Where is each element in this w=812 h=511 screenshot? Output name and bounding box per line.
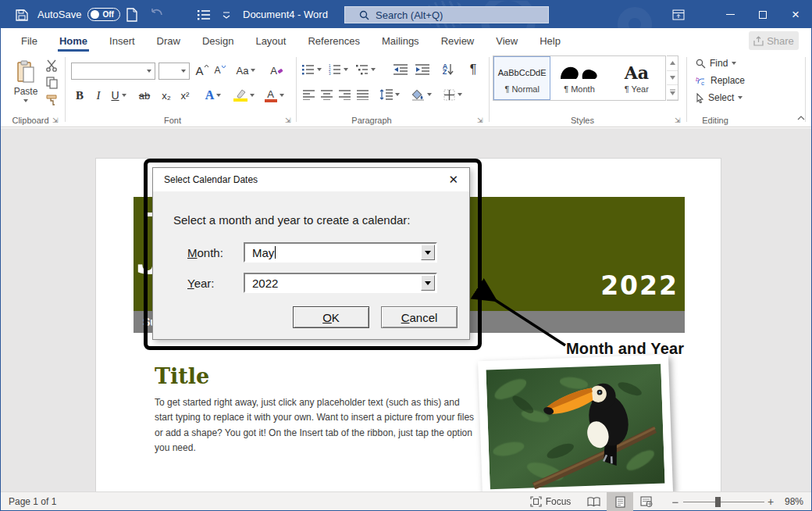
borders-button[interactable]: [440, 86, 466, 103]
toucan-photo[interactable]: [478, 355, 673, 493]
style-month[interactable]: ¶ Month: [550, 56, 607, 100]
change-case-button[interactable]: Aa: [233, 61, 258, 80]
share-button[interactable]: Share: [749, 31, 799, 50]
month-dropdown-button[interactable]: [421, 245, 435, 260]
styles-scroll-down-button[interactable]: [667, 71, 678, 86]
shading-button[interactable]: [408, 86, 435, 103]
collapse-ribbon-button[interactable]: [794, 112, 808, 124]
month-combobox[interactable]: May: [244, 242, 437, 263]
increase-indent-button[interactable]: [413, 61, 432, 78]
ribbon: Paste Clipboard ⇲ A A Aa A B I U ab x₂ x…: [1, 53, 811, 127]
font-size-combobox[interactable]: [158, 63, 190, 80]
select-button[interactable]: Select: [696, 92, 743, 103]
tab-file[interactable]: File: [10, 28, 48, 53]
strikethrough-button[interactable]: ab: [135, 86, 154, 105]
justify-button[interactable]: [354, 86, 370, 103]
focus-mode-button[interactable]: Focus: [519, 492, 582, 511]
tab-mailings[interactable]: Mailings: [371, 28, 430, 53]
superscript-button[interactable]: x²: [177, 86, 193, 105]
bullets-button[interactable]: [301, 61, 322, 78]
bullet-list-qat-icon[interactable]: [198, 1, 212, 28]
paragraph-dialog-launcher[interactable]: ⇲: [477, 116, 483, 124]
customize-qat-chevron-icon[interactable]: [223, 1, 230, 28]
year-value[interactable]: 2022: [245, 277, 421, 290]
tab-review[interactable]: Review: [430, 28, 486, 53]
zoom-slider-track[interactable]: [683, 502, 764, 502]
italic-button[interactable]: I: [91, 86, 105, 105]
ok-button[interactable]: OK: [293, 306, 369, 328]
shrink-font-button[interactable]: A: [212, 61, 228, 80]
year-combobox[interactable]: 2022: [244, 273, 437, 293]
tab-draw[interactable]: Draw: [146, 28, 191, 53]
web-layout-button[interactable]: [633, 492, 660, 511]
search-input[interactable]: Search (Alt+Q): [344, 6, 549, 23]
replace-button[interactable]: bc Replace: [696, 75, 745, 86]
paste-button[interactable]: Paste: [9, 57, 43, 105]
page-indicator[interactable]: Page 1 of 1: [9, 492, 56, 511]
underline-button[interactable]: U: [109, 86, 129, 105]
save-icon[interactable]: [15, 1, 29, 28]
format-painter-button[interactable]: [43, 92, 60, 108]
subscript-button[interactable]: x₂: [158, 86, 174, 105]
document-body-text[interactable]: To get started right away, just click an…: [155, 395, 475, 456]
autosave-toggle[interactable]: AutoSave Off: [37, 1, 120, 28]
cut-button[interactable]: [43, 58, 60, 73]
cancel-button[interactable]: Cancel: [381, 306, 458, 328]
month-value[interactable]: May: [245, 246, 421, 259]
tab-home[interactable]: Home: [48, 28, 98, 53]
style-year[interactable]: Aa ¶ Year: [608, 56, 665, 100]
year-dropdown-button[interactable]: [421, 275, 435, 291]
autosave-pill[interactable]: Off: [87, 8, 119, 21]
font-color-button[interactable]: A: [262, 86, 287, 105]
paste-label: Paste: [14, 86, 38, 97]
close-button[interactable]: ×: [780, 1, 811, 28]
ribbon-display-options-button[interactable]: [663, 1, 694, 28]
multilevel-list-button[interactable]: [354, 61, 377, 78]
bullets-dropdown-icon: [317, 68, 322, 71]
decrease-indent-button[interactable]: [391, 61, 410, 78]
align-right-button[interactable]: [337, 86, 352, 103]
line-spacing-button[interactable]: [377, 86, 402, 103]
copy-button[interactable]: [43, 75, 60, 91]
copy-icon: [46, 77, 58, 89]
zoom-level[interactable]: 98%: [780, 492, 808, 511]
find-button[interactable]: Find: [696, 58, 736, 69]
font-name-combobox[interactable]: [71, 63, 155, 80]
tab-help[interactable]: Help: [529, 28, 572, 53]
new-document-icon[interactable]: [126, 1, 138, 28]
align-left-button[interactable]: [301, 86, 316, 103]
font-group-label: Font: [118, 116, 227, 125]
clipboard-dialog-launcher[interactable]: ⇲: [52, 116, 59, 124]
zoom-out-button[interactable]: −: [669, 492, 682, 511]
tab-references[interactable]: References: [297, 28, 370, 53]
zoom-slider-thumb[interactable]: [715, 497, 721, 507]
text-effects-button[interactable]: A: [201, 86, 226, 105]
tab-design[interactable]: Design: [191, 28, 244, 53]
highlight-color-button[interactable]: [230, 86, 257, 105]
zoom-in-button[interactable]: +: [764, 492, 777, 511]
tab-insert[interactable]: Insert: [98, 28, 146, 53]
align-center-button[interactable]: [319, 86, 334, 103]
styles-more-button[interactable]: [667, 85, 678, 100]
bullets-icon: [302, 64, 315, 75]
read-mode-button[interactable]: [580, 492, 607, 511]
sort-button[interactable]: AZ: [438, 59, 458, 80]
clear-formatting-button[interactable]: A: [268, 61, 287, 80]
font-dialog-launcher[interactable]: ⇲: [285, 116, 291, 124]
tab-view[interactable]: View: [485, 28, 529, 53]
minimize-button[interactable]: [714, 1, 746, 28]
print-layout-button[interactable]: [607, 492, 633, 511]
undo-button[interactable]: [149, 1, 165, 28]
grow-font-button[interactable]: A: [194, 61, 210, 80]
dialog-close-button[interactable]: ✕: [445, 173, 461, 187]
bold-button[interactable]: B: [73, 86, 87, 105]
document-title-text[interactable]: Title: [155, 364, 209, 388]
numbering-button[interactable]: 123: [327, 61, 349, 78]
tab-layout[interactable]: Layout: [244, 28, 297, 53]
show-formatting-button[interactable]: ¶: [465, 59, 482, 80]
style-normal[interactable]: AaBbCcDdE ¶ Normal: [493, 56, 550, 100]
dialog-title-bar[interactable]: Select Calendar Dates ✕: [153, 168, 469, 191]
maximize-button[interactable]: [747, 1, 778, 28]
styles-scroll-up-button[interactable]: [667, 56, 678, 71]
shading-dropdown-icon: [427, 93, 432, 96]
